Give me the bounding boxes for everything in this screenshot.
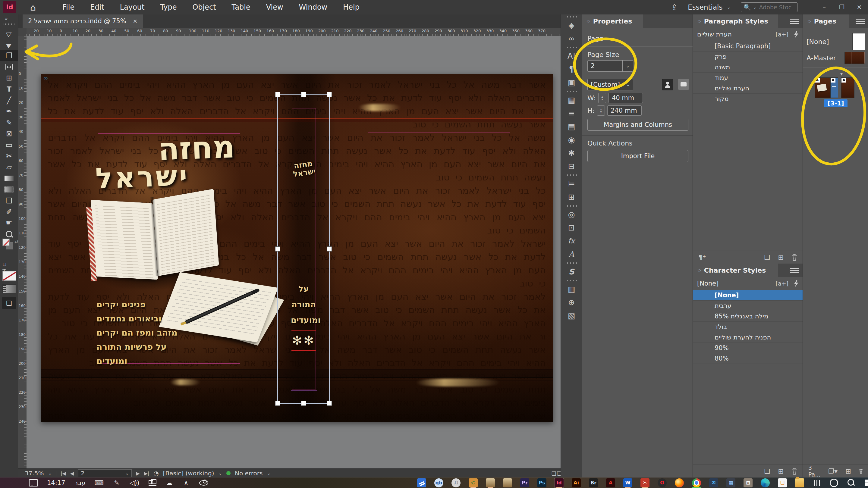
tool-frame[interactable]: ⊠ [0, 128, 18, 139]
tool-scissors[interactable]: ✂ [0, 150, 18, 161]
menu-item[interactable]: Table [232, 3, 250, 11]
character-style-row[interactable]: [None] [693, 290, 803, 301]
master-none-thumbnail[interactable] [852, 33, 865, 50]
taskbar-app-cortana[interactable] [829, 478, 839, 488]
taskbar-app-windows-start[interactable] [863, 478, 868, 488]
width-field[interactable]: 40 mm [609, 93, 643, 103]
window-button-close[interactable]: ✕ [850, 0, 868, 14]
tray-item-keyboard[interactable]: ⌨ [95, 479, 104, 487]
orientation-portrait-button[interactable] [662, 79, 673, 90]
panel-icon-assets[interactable]: ⊟ [561, 160, 582, 173]
clear-overrides-icon[interactable]: ¶⁺ [698, 254, 706, 261]
search-input[interactable] [758, 4, 793, 11]
tab-pages[interactable]: ◇ Pages [803, 14, 849, 28]
panel-icon-links[interactable]: ∞ [561, 32, 582, 45]
stock-search[interactable]: 🔍 ⌄ [741, 2, 798, 12]
page-preset-select[interactable]: [Custom] ⌄ [587, 79, 633, 90]
panel-icon-gradient[interactable]: ▤ [561, 120, 582, 133]
taskbar-app-qbittorrent[interactable]: qb [434, 478, 444, 488]
tool-free-transform[interactable]: ▱ [0, 161, 18, 173]
panel-icon-align[interactable]: ⊨ [561, 177, 582, 190]
taskbar-app-photoshop[interactable]: Ps [537, 478, 547, 488]
taskbar-app-edge[interactable] [760, 478, 770, 488]
fill-swatch-none[interactable] [2, 238, 10, 246]
pasteboard[interactable]: אשר דבר משה אל כל בני ישראל לאמר זכור את… [27, 36, 561, 468]
taskbar-app-sliders[interactable] [812, 478, 822, 488]
paragraph-style-row[interactable]: משנה [693, 62, 803, 73]
tool-gap[interactable]: ↔ [0, 61, 18, 72]
margins-columns-button[interactable]: Margins and Columns [587, 119, 688, 131]
document-tab[interactable]: כריכה מחזה ישראל 2.indd @ 75% ✕ [23, 14, 143, 28]
menu-item[interactable]: Type [160, 3, 177, 11]
panel-icon-adobe-stock[interactable]: S [561, 265, 582, 278]
chevron-down-icon[interactable]: ⌄ [267, 470, 271, 476]
panel-icon-table[interactable]: ▥ [561, 283, 582, 296]
taskbar-app-media-player[interactable]: ♬ [451, 478, 461, 488]
character-style-row[interactable]: מילה באנגלית 85% [693, 311, 803, 322]
height-field[interactable]: 240 mm [607, 105, 642, 116]
tool-gradient-feather[interactable] [0, 184, 18, 195]
height-stepper[interactable]: ▴▾ [597, 105, 605, 116]
taskbar-app-illustrator[interactable]: Ai [571, 478, 581, 488]
tool-selection[interactable]: ▷ [0, 28, 18, 39]
document-spread[interactable]: אשר דבר משה אל כל בני ישראל לאמר זכור את… [41, 74, 553, 422]
horizontal-ruler[interactable]: 2010010203040506070809010011012013014015… [27, 28, 561, 36]
preflight-status-label[interactable]: No errors [235, 469, 262, 477]
tool-zoom[interactable] [0, 228, 18, 239]
taskbar-app-chrome[interactable] [691, 478, 702, 488]
taskbar-app-firefox[interactable] [674, 478, 684, 488]
menu-item[interactable]: View [266, 3, 283, 11]
panel-icon-text-wrap-options[interactable]: ◎ [561, 208, 582, 221]
chevron-down-icon[interactable]: ⌄ [48, 470, 52, 476]
taskbar-app-mail[interactable]: ✉ [709, 478, 719, 488]
menu-item[interactable]: Help [343, 3, 360, 11]
paragraph-style-row[interactable]: מקור [693, 94, 803, 104]
share-icon[interactable]: ⇪ [671, 3, 678, 12]
menu-item[interactable]: Edit [90, 3, 104, 11]
tool-gradient[interactable] [0, 173, 18, 184]
first-page-button[interactable]: |◀ [61, 470, 66, 476]
page-thumbnail-2[interactable]: A [831, 78, 838, 98]
paragraph-style-row[interactable]: פרק [693, 52, 803, 62]
prev-page-button[interactable]: ◀ [70, 470, 74, 476]
master-none-row[interactable]: [None] [807, 33, 865, 50]
panel-icon-grip3[interactable] [561, 89, 582, 93]
tool-type[interactable]: T [0, 84, 18, 95]
last-page-button[interactable]: ▶| [144, 470, 149, 476]
tab-character-styles[interactable]: ◇ Character Styles [693, 264, 778, 277]
tool-pencil[interactable]: ✎ [0, 117, 18, 128]
tray-item-network[interactable] [149, 480, 156, 486]
collapse-panel-icon[interactable]: » [5, 16, 7, 22]
panel-icon-effects[interactable]: fx [561, 234, 582, 248]
taskbar-app-premiere[interactable]: Pr [520, 478, 530, 488]
close-icon[interactable]: ✕ [133, 18, 137, 24]
tool-pen[interactable]: ✒ [0, 106, 18, 117]
delete-page-icon[interactable] [859, 467, 863, 475]
preflight-profile[interactable]: [Basic] (working) [163, 469, 214, 477]
toolbar-gripper[interactable] [4, 24, 14, 25]
page-size-select[interactable]: 2 ⌄ [587, 60, 633, 72]
taskbar-app-whatsapp[interactable]: ✆ [468, 478, 478, 488]
tool-content-collector[interactable]: ⊞ [0, 72, 18, 84]
character-style-row[interactable]: 90% [693, 343, 803, 353]
style-group-icon[interactable]: ❏ [764, 254, 770, 261]
panel-menu-icon[interactable] [790, 18, 799, 25]
style-group-icon[interactable]: ❏ [764, 467, 770, 475]
style-quick-apply-icon[interactable] [794, 280, 799, 287]
panel-icon-data-merge[interactable]: ⊕ [561, 296, 582, 309]
taskbar-app-bridge[interactable]: Br [588, 478, 598, 488]
delete-style-icon[interactable] [792, 467, 798, 475]
tool-page[interactable]: ❐ [0, 50, 18, 61]
chevron-down-icon[interactable]: ⌄ [218, 470, 222, 476]
screen-mode-button[interactable]: ❏ [2, 297, 16, 309]
page-number-field[interactable]: 2 ⌄ [78, 469, 132, 477]
paragraph-style-row[interactable]: עמוד [693, 73, 803, 83]
orientation-landscape-button[interactable] [678, 79, 689, 90]
selection-handle[interactable] [327, 401, 332, 406]
panel-icon-cc-libraries[interactable]: ✱ [561, 147, 582, 160]
taskbar-app-indesign[interactable]: Id [554, 478, 564, 488]
panel-icon-grip2[interactable] [561, 45, 582, 50]
taskbar-app-calculator[interactable]: ▦ [726, 478, 736, 488]
character-style-row[interactable]: 80% [693, 353, 803, 364]
paragraph-style-row[interactable]: [Basic Paragraph] [693, 41, 803, 52]
